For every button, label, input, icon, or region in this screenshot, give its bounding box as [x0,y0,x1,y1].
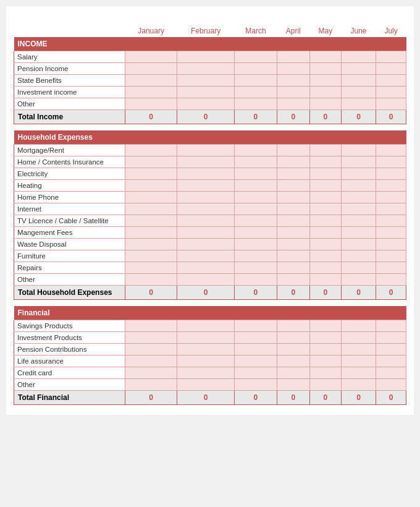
data-cell[interactable] [309,356,341,367]
data-cell[interactable] [309,274,341,286]
data-cell[interactable] [309,98,341,110]
data-cell[interactable] [341,51,376,63]
data-cell[interactable] [235,356,277,367]
data-cell[interactable] [177,203,235,215]
data-cell[interactable] [309,262,341,274]
data-cell[interactable] [125,239,177,250]
data-cell[interactable] [177,51,235,63]
data-cell[interactable] [125,215,177,227]
data-cell[interactable] [341,367,376,379]
data-cell[interactable] [235,367,277,379]
data-cell[interactable] [376,168,406,180]
data-cell[interactable] [177,75,235,87]
data-cell[interactable] [376,367,406,379]
data-cell[interactable] [309,51,341,63]
data-cell[interactable] [235,156,277,168]
data-cell[interactable] [376,379,406,391]
data-cell[interactable] [277,180,309,192]
data-cell[interactable] [341,250,376,262]
data-cell[interactable] [376,215,406,227]
data-cell[interactable] [376,75,406,87]
data-cell[interactable] [309,145,341,156]
data-cell[interactable] [177,250,235,262]
data-cell[interactable] [177,320,235,332]
data-cell[interactable] [235,192,277,203]
data-cell[interactable] [341,156,376,168]
data-cell[interactable] [177,227,235,239]
data-cell[interactable] [341,145,376,156]
data-cell[interactable] [277,367,309,379]
data-cell[interactable] [376,239,406,250]
data-cell[interactable] [125,145,177,156]
data-cell[interactable] [177,192,235,203]
data-cell[interactable] [277,215,309,227]
data-cell[interactable] [309,168,341,180]
data-cell[interactable] [376,63,406,75]
data-cell[interactable] [309,227,341,239]
data-cell[interactable] [376,262,406,274]
data-cell[interactable] [235,262,277,274]
data-cell[interactable] [235,227,277,239]
data-cell[interactable] [376,274,406,286]
data-cell[interactable] [235,168,277,180]
data-cell[interactable] [341,262,376,274]
data-cell[interactable] [177,63,235,75]
data-cell[interactable] [277,192,309,203]
data-cell[interactable] [341,87,376,98]
data-cell[interactable] [376,227,406,239]
data-cell[interactable] [376,203,406,215]
data-cell[interactable] [177,168,235,180]
data-cell[interactable] [309,87,341,98]
data-cell[interactable] [376,192,406,203]
data-cell[interactable] [376,156,406,168]
data-cell[interactable] [125,274,177,286]
data-cell[interactable] [376,180,406,192]
data-cell[interactable] [277,239,309,250]
data-cell[interactable] [309,379,341,391]
data-cell[interactable] [125,344,177,356]
data-cell[interactable] [277,98,309,110]
data-cell[interactable] [177,356,235,367]
data-cell[interactable] [235,344,277,356]
data-cell[interactable] [309,156,341,168]
data-cell[interactable] [235,320,277,332]
data-cell[interactable] [309,367,341,379]
data-cell[interactable] [177,87,235,98]
data-cell[interactable] [376,356,406,367]
data-cell[interactable] [125,156,177,168]
data-cell[interactable] [125,227,177,239]
data-cell[interactable] [341,180,376,192]
data-cell[interactable] [277,379,309,391]
data-cell[interactable] [125,379,177,391]
data-cell[interactable] [341,168,376,180]
data-cell[interactable] [177,145,235,156]
data-cell[interactable] [177,156,235,168]
data-cell[interactable] [177,98,235,110]
data-cell[interactable] [341,75,376,87]
data-cell[interactable] [277,227,309,239]
data-cell[interactable] [177,215,235,227]
data-cell[interactable] [235,215,277,227]
data-cell[interactable] [235,180,277,192]
data-cell[interactable] [341,356,376,367]
data-cell[interactable] [376,51,406,63]
data-cell[interactable] [277,356,309,367]
data-cell[interactable] [177,180,235,192]
data-cell[interactable] [341,203,376,215]
data-cell[interactable] [309,192,341,203]
data-cell[interactable] [125,168,177,180]
data-cell[interactable] [125,356,177,367]
data-cell[interactable] [341,379,376,391]
data-cell[interactable] [309,320,341,332]
data-cell[interactable] [125,367,177,379]
data-cell[interactable] [309,215,341,227]
data-cell[interactable] [341,215,376,227]
data-cell[interactable] [309,203,341,215]
data-cell[interactable] [277,156,309,168]
data-cell[interactable] [309,63,341,75]
data-cell[interactable] [125,180,177,192]
data-cell[interactable] [376,320,406,332]
data-cell[interactable] [125,98,177,110]
data-cell[interactable] [235,203,277,215]
data-cell[interactable] [235,332,277,344]
